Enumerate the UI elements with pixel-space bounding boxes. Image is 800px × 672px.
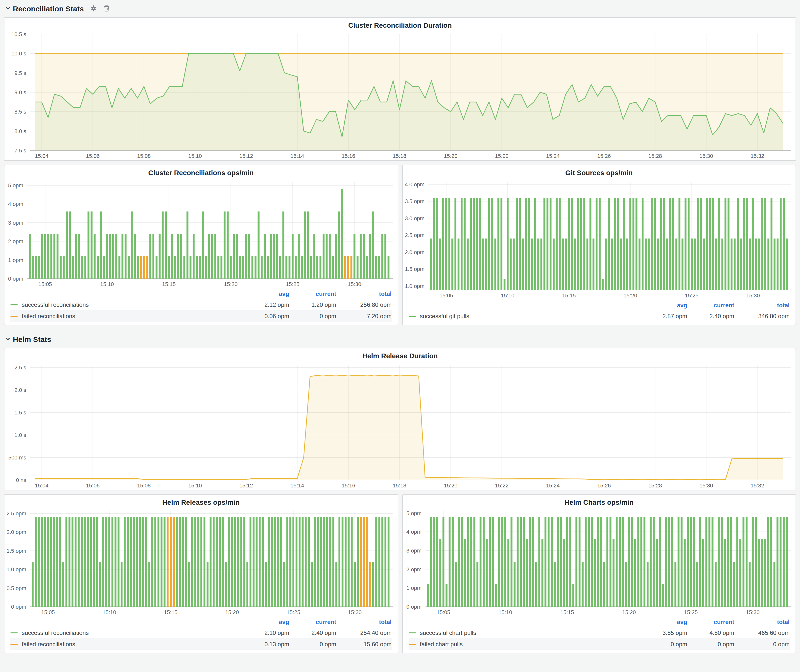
svg-text:15:14: 15:14: [290, 153, 304, 159]
svg-text:5 opm: 5 opm: [8, 182, 23, 189]
svg-text:15:05: 15:05: [38, 281, 52, 287]
svg-text:15:30: 15:30: [746, 609, 759, 615]
svg-text:15:08: 15:08: [137, 482, 150, 489]
legend-avg-value: 2.12 opm: [242, 301, 289, 308]
legend-header-row: avg current total: [10, 617, 392, 627]
svg-text:15:15: 15:15: [562, 293, 576, 299]
row-delete-button[interactable]: [104, 5, 110, 12]
svg-text:15:28: 15:28: [648, 153, 662, 159]
svg-text:15:32: 15:32: [750, 153, 764, 159]
chevron-down-icon[interactable]: [5, 5, 11, 11]
svg-text:15:12: 15:12: [240, 153, 253, 159]
legend-series-name[interactable]: failed reconciliations: [10, 312, 242, 319]
svg-text:15:20: 15:20: [224, 281, 237, 287]
chevron-down-icon[interactable]: [5, 336, 11, 342]
legend-header-total[interactable]: total: [336, 619, 392, 626]
panel-title-git-sources-ops[interactable]: Git Sources ops/min: [402, 165, 795, 178]
svg-text:2.5 opm: 2.5 opm: [405, 232, 424, 238]
gear-icon: [90, 5, 97, 12]
legend-header-avg[interactable]: avg: [640, 302, 687, 309]
svg-text:15:14: 15:14: [290, 482, 304, 489]
legend-header-current[interactable]: current: [687, 619, 734, 626]
legend-series-name[interactable]: successful reconciliations: [10, 301, 242, 308]
panel-title-helm-releases-ops[interactable]: Helm Releases ops/min: [5, 495, 398, 507]
svg-text:0 opm: 0 opm: [8, 276, 23, 282]
svg-text:15:10: 15:10: [501, 293, 514, 299]
legend-avg-value: 2.87 opm: [640, 312, 687, 319]
legend-header-avg[interactable]: avg: [640, 619, 687, 626]
svg-text:15:10: 15:10: [188, 153, 202, 159]
svg-text:2.0 opm: 2.0 opm: [7, 529, 26, 535]
series-swatch: [10, 304, 18, 305]
legend-avg-value: 3.85 opm: [640, 629, 687, 636]
git-sources-ops-chart[interactable]: 15:0515:1015:1515:2015:2515:301.0 opm1.5…: [402, 178, 795, 300]
legend-header-current[interactable]: current: [289, 290, 336, 298]
helm-charts-ops-chart[interactable]: 15:0515:1015:1515:2015:2515:300 opm1 opm…: [402, 507, 795, 617]
grafana-dashboard: Reconciliation Stats Cluster Reconciliat…: [0, 0, 800, 672]
legend-header-avg[interactable]: avg: [242, 619, 289, 626]
panel-title-cluster-reconciliations-ops[interactable]: Cluster Reconciliations ops/min: [5, 165, 398, 178]
row-title-reconciliation-stats[interactable]: Reconciliation Stats: [13, 4, 84, 13]
svg-text:15:22: 15:22: [495, 482, 509, 489]
svg-text:15:04: 15:04: [35, 153, 48, 159]
panel-title-cluster-reconciliation-duration[interactable]: Cluster Reconciliation Duration: [5, 18, 795, 30]
svg-text:500 ms: 500 ms: [8, 454, 26, 461]
legend-series-name[interactable]: successful chart pulls: [408, 629, 640, 636]
svg-text:15:16: 15:16: [342, 482, 355, 489]
svg-text:2.5 opm: 2.5 opm: [7, 510, 26, 517]
svg-text:7.5 s: 7.5 s: [14, 147, 26, 154]
svg-text:15:20: 15:20: [444, 482, 458, 489]
panel-cluster-reconciliations-ops: Cluster Reconciliations ops/min 15:0515:…: [4, 165, 398, 325]
svg-text:15:06: 15:06: [86, 153, 100, 159]
legend-current-value: 0 opm: [687, 641, 734, 648]
legend-current-value: 1.20 opm: [289, 301, 336, 308]
panel-title-helm-charts-ops[interactable]: Helm Charts ops/min: [402, 495, 795, 507]
svg-text:15:18: 15:18: [393, 482, 406, 489]
svg-text:3 opm: 3 opm: [406, 547, 421, 554]
svg-text:4.0 opm: 4.0 opm: [405, 181, 424, 187]
legend-git-sources: avg current total successful git pulls 2…: [402, 300, 795, 325]
cluster-reconciliation-duration-chart[interactable]: 15:0415:0615:0815:1015:1215:1415:1615:18…: [5, 30, 795, 160]
svg-text:15:30: 15:30: [348, 609, 362, 615]
legend-header-row: avg current total: [408, 300, 790, 310]
cluster-reconciliations-ops-chart[interactable]: 15:0515:1015:1515:2015:2515:300 opm1 opm…: [5, 178, 398, 288]
svg-text:0 opm: 0 opm: [11, 604, 26, 610]
svg-text:15:22: 15:22: [495, 153, 509, 159]
legend-avg-value: 0.06 opm: [242, 312, 289, 319]
legend-series-name[interactable]: successful reconciliations: [10, 629, 242, 636]
legend-total-value: 7.20 opm: [336, 312, 392, 319]
svg-text:15:05: 15:05: [436, 609, 450, 615]
svg-text:0.5 opm: 0.5 opm: [7, 585, 26, 591]
svg-text:5 opm: 5 opm: [406, 510, 421, 516]
svg-text:15:25: 15:25: [287, 609, 300, 615]
legend-header-current[interactable]: current: [289, 619, 336, 626]
series-swatch: [408, 632, 416, 633]
legend-header-total[interactable]: total: [734, 302, 790, 309]
panel-title-helm-release-duration[interactable]: Helm Release Duration: [5, 348, 795, 361]
legend-series-name[interactable]: failed reconciliations: [10, 641, 242, 648]
legend-series-name[interactable]: successful git pulls: [408, 312, 640, 319]
svg-text:15:15: 15:15: [560, 609, 574, 615]
row-settings-button[interactable]: [90, 5, 97, 12]
series-swatch: [408, 643, 416, 645]
legend-total-value: 254.40 opm: [336, 629, 392, 636]
svg-text:15:28: 15:28: [648, 482, 662, 489]
legend-current-value: 2.40 opm: [289, 629, 336, 636]
row-title-helm-stats[interactable]: Helm Stats: [13, 335, 51, 343]
legend-header-current[interactable]: current: [687, 302, 734, 309]
svg-text:0 opm: 0 opm: [406, 604, 421, 610]
legend-header-total[interactable]: total: [734, 619, 790, 626]
legend-series-name[interactable]: failed chart pulls: [408, 641, 640, 648]
helm-release-duration-chart[interactable]: 15:0415:0615:0815:1015:1215:1415:1615:18…: [5, 361, 795, 490]
svg-text:15:18: 15:18: [393, 153, 406, 159]
legend-total-value: 465.60 opm: [734, 629, 790, 636]
legend-header-total[interactable]: total: [336, 290, 392, 298]
legend-avg-value: 2.10 opm: [242, 629, 289, 636]
svg-text:10.5 s: 10.5 s: [11, 31, 26, 37]
legend-row-successful-reconciliations: successful reconciliations 2.12 opm 1.20…: [10, 299, 392, 310]
panel-helm-release-duration: Helm Release Duration 15:0415:0615:0815:…: [4, 348, 796, 490]
legend-header-avg[interactable]: avg: [242, 290, 289, 298]
helm-releases-ops-chart[interactable]: 15:0515:1015:1515:2015:2515:300 opm0.5 o…: [5, 507, 398, 617]
svg-text:9.5 s: 9.5 s: [14, 70, 26, 76]
svg-text:15:10: 15:10: [100, 281, 114, 287]
